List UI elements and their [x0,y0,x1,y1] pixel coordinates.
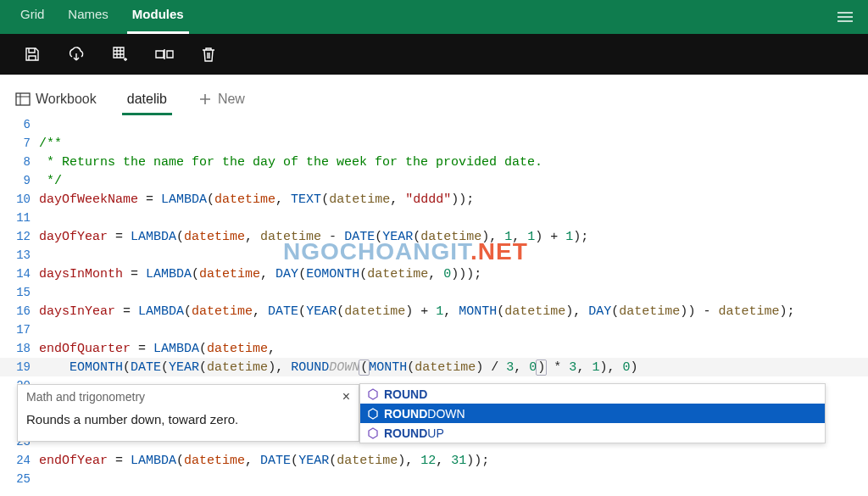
module-tab-bar: Workbook datelib New [0,75,868,115]
function-icon [367,408,379,420]
cloud-download-icon[interactable] [66,44,86,64]
code-content[interactable]: endOfYear = LAMBDA(datetime, DATE(YEAR(d… [39,454,868,468]
subtab-datelib-label: datelib [127,92,167,107]
line-number: 15 [0,286,39,299]
line-number: 10 [0,192,39,206]
tab-modules[interactable]: Modules [120,0,196,34]
code-line[interactable]: 19 EOMONTH(DATE(YEAR(datetime), ROUNDDOW… [0,358,868,376]
function-icon [367,388,379,400]
subtab-workbook[interactable]: Workbook [10,92,102,115]
autocomplete-list[interactable]: ROUNDROUNDDOWNROUNDUP [359,383,826,443]
line-number: 16 [0,304,39,318]
line-number: 25 [0,472,39,486]
code-line[interactable]: 17 [0,320,868,339]
subtab-new[interactable]: New [192,92,250,115]
code-line[interactable]: 6 [0,115,868,134]
code-line[interactable]: 12dayOfYear = LAMBDA(datetime, datetime … [0,227,868,246]
line-number: 17 [0,323,39,337]
line-number: 8 [0,155,39,169]
subtab-workbook-label: Workbook [36,92,97,107]
code-line[interactable]: 9 */ [0,171,868,190]
line-number: 9 [0,174,39,187]
code-content[interactable]: * Returns the name for the day of the we… [39,155,868,170]
save-icon[interactable] [22,44,42,64]
svg-rect-0 [16,93,30,105]
subtab-datelib[interactable]: datelib [122,92,172,115]
close-icon[interactable]: × [342,390,350,404]
code-content[interactable]: EOMONTH(DATE(YEAR(datetime), ROUNDDOWN(M… [39,359,868,376]
insert-table-icon[interactable] [110,44,131,64]
function-icon [367,427,379,439]
line-number: 24 [0,454,39,467]
line-number: 14 [0,267,39,281]
line-number: 13 [0,248,39,262]
tab-names[interactable]: Names [56,0,120,34]
code-content[interactable]: daysInYear = LAMBDA(datetime, DATE(YEAR(… [39,304,868,319]
plus-icon [198,92,213,107]
code-line[interactable]: 14daysInMonth = LAMBDA(datetime, DAY(EOM… [0,265,868,283]
code-content[interactable]: /** [39,137,868,151]
line-number: 7 [0,137,39,150]
code-line[interactable]: 13 [0,246,868,265]
action-toolbar [0,34,868,75]
code-line[interactable]: 25 [0,470,868,488]
code-content[interactable]: dayOfYear = LAMBDA(datetime, datetime - … [39,230,868,244]
trash-icon[interactable] [198,44,219,64]
line-number: 18 [0,342,39,355]
code-line[interactable]: 7/** [0,134,868,153]
workbook-icon [15,92,31,107]
autocomplete-item[interactable]: ROUND [360,384,825,404]
code-line[interactable]: 8 * Returns the name for the day of the … [0,153,868,171]
tab-grid[interactable]: Grid [8,0,56,34]
code-content[interactable]: dayOfWeekName = LAMBDA(datetime, TEXT(da… [39,192,868,207]
menu-icon[interactable] [831,0,860,34]
autocomplete-label: ROUND [384,387,427,401]
line-number: 19 [0,360,39,374]
top-tab-bar: Grid Names Modules [0,0,868,34]
code-editor[interactable]: 67/**8 * Returns the name for the day of… [0,115,868,496]
line-number: 12 [0,230,39,243]
code-line[interactable]: 24endOfYear = LAMBDA(datetime, DATE(YEAR… [0,451,868,470]
code-content[interactable]: daysInMonth = LAMBDA(datetime, DAY(EOMON… [39,267,868,281]
code-content[interactable]: endOfQuarter = LAMBDA(datetime, [39,342,868,356]
code-line[interactable]: 11 [0,209,868,227]
code-content[interactable]: */ [39,174,868,188]
autocomplete-label: ROUNDDOWN [384,407,465,421]
line-number: 11 [0,211,39,225]
code-line[interactable]: 10dayOfWeekName = LAMBDA(datetime, TEXT(… [0,190,868,209]
autocomplete-item[interactable]: ROUNDDOWN [360,404,825,423]
rename-icon[interactable] [154,44,175,64]
autocomplete-label: ROUNDUP [384,426,444,440]
tooltip-description: Rounds a number down, toward zero. [26,412,350,426]
code-line[interactable]: 15 [0,283,868,302]
function-tooltip: Math and trigonometry × Rounds a number … [17,384,359,442]
tooltip-category: Math and trigonometry [26,390,145,404]
code-line[interactable]: 18endOfQuarter = LAMBDA(datetime, [0,339,868,358]
line-number: 6 [0,118,39,131]
subtab-new-label: New [218,92,245,107]
code-line[interactable]: 16daysInYear = LAMBDA(datetime, DATE(YEA… [0,302,868,320]
autocomplete-item[interactable]: ROUNDUP [360,423,825,443]
